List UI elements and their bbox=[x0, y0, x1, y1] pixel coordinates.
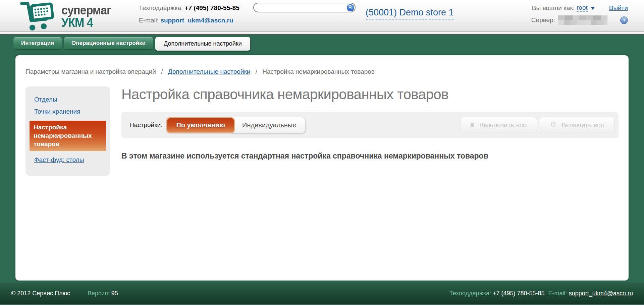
footer-copyright: © 2012 Сервис Плюс bbox=[11, 290, 70, 297]
power-icon bbox=[550, 121, 556, 129]
email-link[interactable]: support_ukm4@ascn.ru bbox=[160, 17, 233, 24]
panel-body: Отделы Точки хранения Настройка немаркир… bbox=[25, 86, 619, 176]
app-logo: супермаг УКМ 4 bbox=[17, 0, 115, 33]
footer-support-phone: +7 (495) 780-55-85 bbox=[493, 290, 545, 297]
logo-text: супермаг УКМ 4 bbox=[61, 4, 111, 28]
user-box: Вы вошли как: root Выйти Сервер: ? bbox=[531, 4, 628, 25]
tab-operational-settings[interactable]: Операционные настройки bbox=[64, 37, 153, 49]
page-background: Интеграция Операционные настройки Дополн… bbox=[0, 35, 644, 283]
logo-line-1: супермаг bbox=[61, 4, 111, 16]
status-message: В этом магазине используется стандартная… bbox=[121, 151, 619, 161]
footer-email-label: E-mail: bbox=[548, 290, 567, 297]
footer-support-label: Техподдержка: bbox=[449, 290, 491, 297]
server-label: Сервер: bbox=[531, 16, 555, 24]
search-icon bbox=[348, 5, 353, 10]
segment-default-button[interactable]: По умолчанию bbox=[166, 117, 235, 133]
header-contact: Техподдержка: +7 (495) 780-55-85 E-mail:… bbox=[139, 4, 239, 29]
settings-toolbar: Настройки: По умолчанию Индивидуальные В… bbox=[121, 112, 619, 138]
search-input[interactable] bbox=[253, 3, 356, 12]
server-name-redacted bbox=[558, 15, 607, 25]
tab-integration[interactable]: Интеграция bbox=[13, 37, 62, 49]
sidebar-item-fastfood-tables[interactable]: Фаст-фуд: столы bbox=[34, 156, 84, 164]
content-panel: Параметры магазина и настройка операций … bbox=[15, 55, 629, 281]
enable-all-label: Включить все bbox=[561, 121, 604, 129]
header-search bbox=[253, 3, 356, 12]
logged-in-label: Вы вошли как: bbox=[532, 4, 575, 12]
disable-all-button[interactable]: Выключить все bbox=[460, 117, 537, 133]
stop-icon bbox=[471, 123, 474, 127]
main-content: Настройка справочника немаркированных то… bbox=[121, 86, 619, 161]
logout-link[interactable]: Выйти bbox=[609, 4, 628, 12]
cart-icon bbox=[17, 0, 59, 33]
segment-individual-button[interactable]: Индивидуальные bbox=[231, 117, 305, 133]
breadcrumb-link-additional-settings[interactable]: Дополнительные настройки bbox=[168, 68, 251, 75]
page-title: Настройка справочника немаркированных то… bbox=[121, 86, 619, 103]
chevron-down-icon bbox=[590, 7, 595, 10]
support-label: Техподдержка: bbox=[139, 4, 183, 11]
footer-version-label: Версия: bbox=[88, 290, 110, 297]
disable-all-label: Выключить все bbox=[479, 121, 527, 129]
help-icon: ? bbox=[623, 17, 626, 23]
breadcrumb: Параметры магазина и настройка операций … bbox=[25, 55, 619, 75]
app-footer: © 2012 Сервис Плюс Версия: 95 Техподдерж… bbox=[0, 283, 644, 304]
breadcrumb-item-store-params: Параметры магазина и настройка операций bbox=[25, 68, 156, 75]
footer-version: Версия: 95 bbox=[88, 290, 118, 297]
footer-version-value: 95 bbox=[111, 290, 118, 297]
breadcrumb-separator: / bbox=[256, 68, 257, 75]
support-phone: +7 (495) 780-55-85 bbox=[185, 4, 239, 11]
sidebar-item-departments[interactable]: Отделы bbox=[34, 96, 57, 103]
email-label: E-mail: bbox=[139, 17, 159, 24]
sidebar: Отделы Точки хранения Настройка немаркир… bbox=[25, 86, 110, 176]
enable-all-button[interactable]: Включить все bbox=[540, 117, 614, 133]
sidebar-item-unmarked-goods-active[interactable]: Настройка немаркированных товаров bbox=[30, 121, 106, 151]
footer-email-link[interactable]: support_ukm4@ascn.ru bbox=[569, 290, 633, 297]
breadcrumb-item-unmarked-goods: Настройка немаркированных товаров bbox=[262, 68, 375, 75]
search-button[interactable] bbox=[347, 4, 354, 11]
settings-segmented-control: По умолчанию Индивидуальные bbox=[166, 117, 305, 133]
sidebar-item-storage-points[interactable]: Точки хранения bbox=[34, 108, 80, 115]
help-button[interactable]: ? bbox=[620, 16, 628, 24]
tab-additional-settings[interactable]: Дополнительные настройки bbox=[155, 37, 250, 51]
user-menu-link[interactable]: root bbox=[577, 4, 588, 12]
main-tabbar: Интеграция Операционные настройки Дополн… bbox=[0, 35, 644, 51]
store-selector-link[interactable]: (50001) Demo store 1 bbox=[366, 7, 454, 19]
logo-line-2: УКМ 4 bbox=[61, 17, 111, 28]
settings-label: Настройки: bbox=[129, 121, 162, 129]
breadcrumb-separator: / bbox=[161, 68, 163, 75]
footer-contacts: Техподдержка: +7 (495) 780-55-85 E-mail:… bbox=[447, 290, 633, 297]
app-header: супермаг УКМ 4 Техподдержка: +7 (495) 78… bbox=[0, 0, 644, 32]
